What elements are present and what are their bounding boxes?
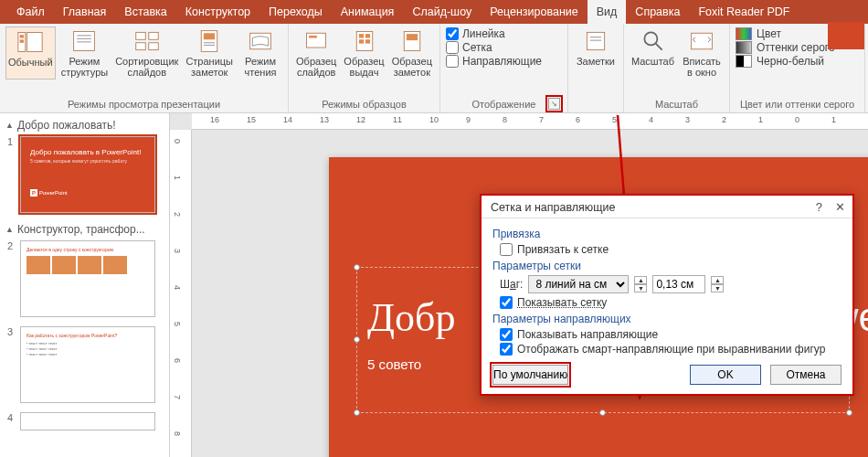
btn-notes[interactable]: Заметки	[574, 27, 618, 69]
step-combo[interactable]: 8 линий на см	[528, 275, 629, 293]
chk-gridlines-input[interactable]	[446, 41, 459, 54]
btn-reading-view[interactable]: Режим чтения	[238, 27, 282, 80]
thumbnail-pane[interactable]: ▲Добро пожаловать! 1 Добро пожаловать в …	[0, 113, 170, 457]
group-show: Линейка Сетка Направляющие Отображение ↘	[440, 24, 568, 112]
dialog-title: Сетка и направляющие	[491, 201, 615, 214]
menu-insert[interactable]: Вставка	[115, 0, 175, 24]
slide-subtitle[interactable]: 5 совето	[367, 356, 421, 372]
svg-rect-1	[27, 33, 43, 52]
menu-review[interactable]: Рецензирование	[481, 0, 587, 24]
ruler-horizontal[interactable]: 16151413121110987654321012	[192, 113, 868, 130]
thumb-number: 3	[7, 326, 16, 403]
section-header-2[interactable]: ▲Конструктор, трансфор...	[2, 220, 167, 239]
btn-fit-window[interactable]: Вписать в окно	[680, 27, 724, 80]
group-zoom: Масштаб Вписать в окно Масштаб	[624, 24, 730, 112]
section-header-1[interactable]: ▲Добро пожаловать!	[2, 116, 167, 134]
btn-handout-master[interactable]: Образец выдач	[342, 27, 386, 80]
svg-rect-9	[149, 32, 159, 39]
chk-ruler-input[interactable]	[446, 27, 459, 40]
svg-rect-10	[136, 43, 146, 50]
thumb-number: 2	[7, 240, 16, 317]
menu-home[interactable]: Главная	[54, 0, 116, 24]
thumb-number: 1	[7, 136, 16, 213]
outline-view-icon	[71, 28, 97, 54]
btn-black-white[interactable]: Черно-белый	[736, 55, 859, 68]
group-label-views: Режимы просмотра презентации	[5, 98, 282, 112]
thumbnail-2[interactable]: Делаются в одну строку с конструктором	[20, 240, 155, 317]
ribbon: Обычный Режим структуры Сортировщик слай…	[0, 24, 868, 113]
opt-snap-to-grid[interactable]: Привязать к сетке	[500, 243, 842, 256]
chk-gridlines[interactable]: Сетка	[446, 41, 562, 54]
btn-slide-sorter[interactable]: Сортировщик слайдов	[113, 27, 180, 80]
menu-bar: Файл Главная Вставка Конструктор Переход…	[0, 0, 868, 24]
btn-defaults[interactable]: По умолчанию	[492, 365, 568, 385]
btn-zoom[interactable]: Масштаб	[630, 27, 676, 80]
opt-smart-guides[interactable]: Отображать смарт-направляющие при выравн…	[500, 343, 842, 356]
thumbnail-4[interactable]	[20, 412, 155, 430]
svg-rect-2	[20, 35, 24, 38]
step-spin[interactable]: ▲▼	[634, 276, 647, 292]
svg-rect-8	[136, 32, 146, 39]
reading-view-icon	[248, 28, 273, 54]
group-presentation-views: Обычный Режим структуры Сортировщик слай…	[0, 24, 289, 112]
dialog-help-button[interactable]: ?	[816, 200, 822, 214]
menu-animations[interactable]: Анимация	[332, 0, 404, 24]
handout-master-icon	[352, 28, 377, 54]
thumbnail-3[interactable]: Как работать с конструктором PowerPoint?…	[20, 326, 155, 403]
opt-show-guides[interactable]: Показывать направляющие	[500, 328, 842, 341]
menu-help[interactable]: Справка	[626, 0, 689, 24]
btn-notes-master[interactable]: Образец заметок	[390, 27, 434, 80]
svg-rect-13	[204, 33, 215, 39]
notes-page-icon	[196, 28, 222, 54]
chk-guides-input[interactable]	[446, 55, 459, 68]
show-dialog-launcher[interactable]: ↘	[548, 98, 560, 110]
slide-title[interactable]: Добр	[367, 294, 455, 341]
chk-guides[interactable]: Направляющие	[446, 55, 562, 68]
btn-ok[interactable]: OK	[690, 365, 761, 385]
thumbnail-1[interactable]: Добро пожаловать в PowerPoint! 5 советов…	[20, 136, 155, 213]
menu-transitions[interactable]: Переходы	[259, 0, 332, 24]
btn-normal-view[interactable]: Обычный	[5, 27, 56, 80]
pp-logo-icon: P	[30, 189, 37, 197]
grid-guides-dialog: Сетка и направляющие ? ✕ Привязка Привяз…	[480, 194, 854, 396]
step-value[interactable]	[652, 275, 705, 293]
grayscale-swatch-icon	[736, 41, 752, 54]
svg-rect-21	[365, 34, 369, 37]
ruler-vertical[interactable]: 012345678	[170, 130, 192, 457]
svg-rect-20	[358, 34, 363, 37]
dialog-close-button[interactable]: ✕	[835, 200, 845, 214]
menu-slideshow[interactable]: Слайд-шоу	[403, 0, 481, 24]
bw-swatch-icon	[736, 55, 752, 68]
dialog-titlebar[interactable]: Сетка и направляющие ? ✕	[482, 196, 852, 218]
menu-foxit[interactable]: Foxit Reader PDF	[689, 0, 799, 24]
svg-rect-4	[74, 32, 95, 51]
svg-rect-17	[307, 33, 326, 48]
menu-file[interactable]: Файл	[7, 0, 54, 24]
group-label-zoom: Масштаб	[630, 98, 724, 112]
btn-outline-view[interactable]: Режим структуры	[59, 27, 111, 80]
svg-point-29	[644, 32, 657, 45]
svg-rect-11	[149, 43, 159, 50]
svg-line-30	[655, 44, 662, 50]
btn-cancel[interactable]: Отмена	[770, 365, 842, 385]
group-master-views: Образец слайдов Образец выдач Образец за…	[289, 24, 440, 112]
chk-ruler[interactable]: Линейка	[446, 27, 562, 40]
color-swatch-icon	[736, 27, 752, 40]
opt-show-grid[interactable]: Показывать сетку	[500, 296, 842, 309]
normal-view-icon	[17, 29, 43, 55]
sorter-icon	[134, 28, 160, 54]
btn-notes-page[interactable]: Страницы заметок	[184, 27, 235, 80]
grid-header: Параметры сетки	[492, 260, 842, 272]
guides-header: Параметры направляющих	[492, 313, 842, 325]
group-label-masters: Режимы образцов	[294, 98, 434, 112]
collapse-icon: ▲	[5, 121, 14, 130]
svg-rect-22	[358, 39, 363, 43]
menu-view[interactable]: Вид	[587, 0, 627, 24]
thumb-number: 4	[7, 412, 16, 430]
value-spin[interactable]: ▲▼	[711, 276, 724, 292]
group-label-color: Цвет или оттенки серого	[736, 98, 859, 112]
menu-design[interactable]: Конструктор	[176, 0, 259, 24]
svg-rect-23	[365, 39, 369, 43]
slide-master-icon	[303, 28, 329, 54]
btn-slide-master[interactable]: Образец слайдов	[294, 27, 338, 80]
